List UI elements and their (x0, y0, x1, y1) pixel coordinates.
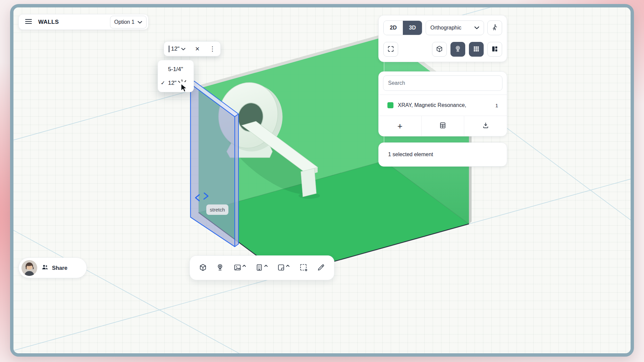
image-tool-button[interactable] (233, 263, 246, 273)
chevron-down-icon (474, 25, 479, 31)
equipment-view-button[interactable] (450, 42, 465, 57)
grid-view-button[interactable] (469, 42, 484, 57)
chevron-up-icon (242, 263, 246, 268)
selection-status-text: 1 selected element (388, 152, 433, 158)
people-icon (41, 263, 49, 272)
equipment-icon (216, 263, 224, 273)
canvas-3d-viewport[interactable]: stretch WALLS Option 1 2D 3D (13, 7, 631, 353)
hamburger-icon (25, 19, 32, 25)
avatar[interactable] (21, 260, 37, 276)
walls-header: WALLS Option 1 (18, 14, 149, 30)
tab-3d[interactable]: 3D (403, 21, 422, 35)
layout-icon (491, 46, 498, 53)
download-button[interactable] (464, 116, 507, 136)
building-icon (255, 263, 263, 273)
download-icon (482, 121, 489, 131)
selection-status-card: 1 selected element (378, 142, 507, 167)
image-icon (233, 263, 241, 273)
fullscreen-button[interactable] (383, 42, 398, 57)
stretch-tooltip-label: stretch (210, 207, 225, 213)
main-menu-button[interactable] (23, 16, 34, 28)
view-controls-row-2 (383, 42, 502, 57)
page-title: WALLS (38, 19, 59, 25)
search-wrap (379, 72, 507, 95)
cube-icon (199, 263, 207, 273)
menu-item-label: 12" (168, 80, 176, 86)
option-dropdown[interactable]: Option 1 (110, 16, 147, 28)
select-region-button[interactable] (299, 263, 308, 273)
chevron-down-icon (138, 19, 142, 25)
equipment-tool-button[interactable] (216, 263, 224, 273)
bottom-toolbar (190, 255, 334, 280)
mri-pedestal (301, 168, 316, 197)
layout-view-button[interactable] (487, 42, 502, 57)
share-label: Share (52, 265, 67, 271)
selected-wall-end[interactable] (235, 114, 238, 247)
thickness-dropdown[interactable]: 12" (169, 46, 185, 52)
draw-tool-button[interactable] (317, 263, 325, 273)
equipment-icon (454, 45, 462, 54)
text-cursor (169, 46, 169, 52)
tab-2d[interactable]: 2D (384, 21, 403, 35)
building-tool-button[interactable] (255, 263, 268, 273)
fullscreen-icon (387, 45, 394, 54)
box-view-button[interactable] (432, 42, 447, 57)
elements-panel: XRAY, Magnetic Resonance, 1 + (378, 71, 507, 136)
chevron-down-icon (181, 46, 185, 52)
view-controls: 2D 3D Orthographic (378, 15, 507, 62)
display-mode-group (432, 42, 502, 57)
color-swatch-icon (387, 102, 393, 108)
share-control: Share (18, 257, 87, 278)
add-element-button[interactable]: + (379, 116, 421, 136)
busy-ticks-icon (178, 80, 186, 82)
pointer-arrow-icon (181, 84, 187, 92)
list-item-xray[interactable]: XRAY, Magnetic Resonance, 1 (379, 95, 507, 116)
close-button[interactable]: × (195, 45, 200, 53)
panel-actions: + (379, 116, 507, 136)
chevron-up-icon (264, 263, 268, 268)
select-region-icon (299, 263, 308, 273)
thickness-value: 12" (171, 46, 179, 52)
mouse-cursor (176, 79, 192, 95)
sheet-icon (277, 263, 285, 273)
list-item-label: XRAY, Magnetic Resonance, (398, 102, 466, 108)
grid-icon (473, 46, 480, 53)
menu-item-5-quarter[interactable]: 5-1/4" (158, 62, 194, 76)
chevron-up-icon (286, 263, 290, 268)
view-controls-row-1: 2D 3D Orthographic (383, 20, 502, 35)
table-view-button[interactable] (422, 116, 464, 136)
volume-tool-button[interactable] (199, 263, 207, 273)
share-button[interactable]: Share (37, 263, 71, 272)
avatar-photo (21, 260, 37, 276)
option-label: Option 1 (114, 19, 135, 25)
projection-label: Orthographic (430, 25, 462, 31)
wall-toolbar: 12" × ⋮ (164, 41, 221, 56)
pencil-icon (317, 263, 325, 273)
search-input[interactable] (383, 75, 502, 91)
sheet-tool-button[interactable] (277, 263, 290, 273)
projection-dropdown[interactable]: Orthographic (426, 20, 484, 35)
check-icon: ✓ (161, 80, 168, 86)
spreadsheet-icon (439, 121, 446, 131)
stretch-tooltip: stretch (206, 204, 228, 215)
cube-icon (436, 45, 443, 54)
walking-person-icon (491, 24, 498, 32)
element-count: 1 (495, 103, 498, 108)
menu-item-label: 5-1/4" (168, 66, 183, 73)
scene-3d[interactable] (13, 7, 631, 353)
app-window-frame: stretch WALLS Option 1 2D 3D (10, 4, 634, 357)
dimension-toggle: 2D 3D (383, 20, 422, 35)
kebab-menu-button[interactable]: ⋮ (209, 46, 216, 52)
walkthrough-button[interactable] (487, 20, 502, 35)
